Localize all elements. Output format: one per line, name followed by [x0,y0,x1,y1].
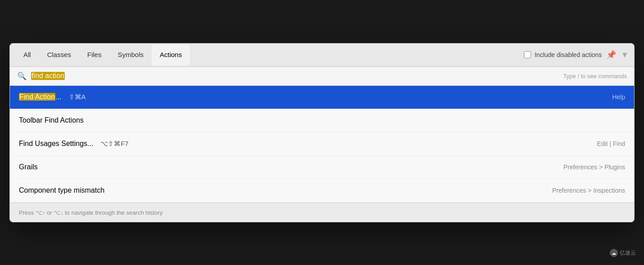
result-name-highlight-find-action: Find Action [19,93,55,101]
result-item-find-action[interactable]: Find Action...⇧⌘AHelp [10,86,634,109]
result-name-toolbar-find-actions: Toolbar Find Actions [19,116,84,124]
watermark-text: 亿速云 [620,249,636,257]
result-item-component-type-mismatch[interactable]: Component type mismatchPreferences > Ins… [10,179,634,203]
result-item-left-component-type-mismatch: Component type mismatch [19,186,552,194]
tab-classes[interactable]: Classes [39,44,79,66]
result-name-component-type-mismatch: Component type mismatch [19,186,104,194]
result-item-left-find-action: Find Action...⇧⌘A [19,93,612,101]
tab-bar-left: AllClassesFilesSymbolsActions [15,44,190,66]
search-bar: 🔍 find action Type / to see commands [10,67,634,86]
search-text-highlighted: find action [31,72,65,80]
include-disabled-label: Include disabled actions [535,51,602,58]
result-name-grails: Grails [19,163,38,171]
tab-bar-right: Include disabled actions 📌 ▼ [524,50,629,60]
result-item-toolbar-find-actions[interactable]: Toolbar Find Actions [10,109,634,132]
result-category-grails: Preferences > Plugins [564,163,625,171]
result-item-left-grails: Grails [19,163,564,171]
result-name-find-action: Find Action... [19,93,62,101]
result-category-find-usages-settings: Edit | Find [597,140,625,147]
search-input-wrapper: find action [31,72,559,80]
include-disabled-checkbox-container[interactable]: Include disabled actions [524,51,602,58]
result-item-left-find-usages-settings: Find Usages Settings...⌥⇧⌘F7 [19,140,597,148]
result-item-left-toolbar-find-actions: Toolbar Find Actions [19,116,625,124]
tab-symbols[interactable]: Symbols [110,44,152,66]
filter-icon[interactable]: ▼ [621,50,629,60]
result-shortcut-find-action: ⇧⌘A [69,93,86,101]
search-hint: Type / to see commands [563,73,627,80]
result-item-grails[interactable]: GrailsPreferences > Plugins [10,156,634,179]
result-category-find-action: Help [612,93,625,101]
result-name-find-usages-settings: Find Usages Settings... [19,140,93,148]
tab-all[interactable]: All [15,44,39,66]
watermark-icon: ☁ [610,249,618,257]
footer: Press ⌥↑ or ⌥↓ to navigate through the s… [10,203,634,222]
search-icon: 🔍 [17,71,27,81]
tab-actions[interactable]: Actions [152,44,190,66]
pin-icon[interactable]: 📌 [606,50,616,60]
include-disabled-checkbox[interactable] [524,51,531,58]
tab-files[interactable]: Files [79,44,110,66]
result-item-find-usages-settings[interactable]: Find Usages Settings...⌥⇧⌘F7Edit | Find [10,132,634,156]
tab-bar: AllClassesFilesSymbolsActions Include di… [10,44,634,67]
watermark: ☁ 亿速云 [610,249,636,257]
results-list: Find Action...⇧⌘AHelpToolbar Find Action… [10,86,634,203]
result-shortcut-find-usages-settings: ⌥⇧⌘F7 [100,140,129,148]
result-category-component-type-mismatch: Preferences > Inspections [552,187,625,194]
footer-text: Press ⌥↑ or ⌥↓ to navigate through the s… [19,209,163,216]
